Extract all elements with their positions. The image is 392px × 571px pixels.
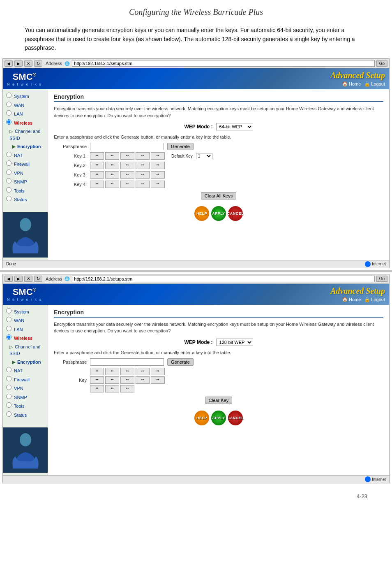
sidebar-item-encryption-1[interactable]: ▶ Encryption (3, 142, 48, 151)
key2-p11[interactable] (90, 385, 104, 392)
cancel-btn-2[interactable]: CANCEL (228, 411, 243, 425)
sidebar-item-system-1[interactable]: System (3, 92, 48, 101)
logout-nav-item-1[interactable]: 🔒 Logout (364, 81, 385, 87)
key2-p1[interactable] (90, 368, 104, 375)
sidebar-item-status-2[interactable]: Status (3, 411, 48, 420)
passphrase-input-2[interactable] (90, 358, 164, 366)
sidebar-item-wan-2[interactable]: WAN (3, 316, 48, 325)
key3-part4[interactable] (136, 171, 150, 179)
sidebar-item-channel-ssid-2[interactable]: ▷ Channel and SSID (3, 343, 48, 358)
sidebar-item-status-1[interactable]: Status (3, 195, 48, 204)
sidebar-item-wan-1[interactable]: WAN (3, 101, 48, 110)
radio-status-1[interactable] (6, 196, 12, 201)
key2-p7[interactable] (105, 376, 119, 384)
go-button-1[interactable]: Go (376, 60, 387, 67)
radio-vpn-1[interactable] (6, 169, 12, 175)
back-button-2[interactable]: ◀ (5, 276, 13, 282)
key2-p3[interactable] (120, 368, 134, 375)
wep-mode-select-2[interactable]: 64-bit WEP 128-bit WEP (216, 339, 253, 346)
radio-system-2[interactable] (6, 308, 12, 313)
sidebar-item-lan-1[interactable]: LAN (3, 109, 48, 118)
key4-part2[interactable] (105, 181, 119, 188)
radio-lan-2[interactable] (6, 326, 12, 331)
stop-button-2[interactable]: ✕ (24, 276, 32, 282)
stop-button[interactable]: ✕ (24, 60, 32, 67)
sidebar-item-lan-2[interactable]: LAN (3, 325, 48, 334)
key1-part3[interactable] (120, 152, 134, 160)
refresh-button-2[interactable]: ↻ (34, 276, 42, 282)
key2-part1[interactable] (90, 162, 104, 169)
sidebar-item-encryption-2[interactable]: ▶ Encryption (3, 358, 48, 367)
key2-p8[interactable] (120, 376, 134, 384)
key2-part3[interactable] (120, 162, 134, 169)
key1-part5[interactable] (151, 152, 165, 160)
sidebar-item-channel-ssid-1[interactable]: ▷ Channel and SSID (3, 127, 48, 142)
key3-part1[interactable] (90, 171, 104, 179)
key2-p4[interactable] (136, 368, 150, 375)
key2-p9[interactable] (136, 376, 150, 384)
radio-snmp-2[interactable] (6, 394, 12, 399)
key3-part5[interactable] (151, 171, 165, 179)
help-btn-1[interactable]: HELP (194, 206, 209, 221)
passphrase-input-1[interactable] (90, 143, 164, 150)
key2-part5[interactable] (151, 162, 165, 169)
sidebar-item-tools-2[interactable]: Tools (3, 402, 48, 411)
radio-status-2[interactable] (6, 411, 12, 417)
sidebar-item-snmp-2[interactable]: SNMP (3, 393, 48, 402)
sidebar-item-nat-2[interactable]: NAT (3, 366, 48, 375)
key2-p5[interactable] (151, 368, 165, 375)
key1-part4[interactable] (136, 152, 150, 160)
radio-wan-1[interactable] (6, 102, 12, 107)
sidebar-item-vpn-2[interactable]: VPN (3, 384, 48, 393)
radio-wireless-2[interactable] (6, 334, 12, 340)
sidebar-item-system-2[interactable]: System (3, 307, 48, 316)
home-nav-item-1[interactable]: 🏠 Home (342, 81, 361, 87)
sidebar-item-wireless-2[interactable]: Wireless (3, 334, 48, 343)
key2-p10[interactable] (151, 376, 165, 384)
forward-button-2[interactable]: ▶ (14, 276, 23, 282)
apply-btn-2[interactable]: APPLY (211, 411, 226, 425)
logout-nav-item-2[interactable]: 🔒 Logout (364, 297, 385, 302)
key2-p12[interactable] (105, 385, 119, 392)
sidebar-item-wireless-1[interactable]: Wireless (3, 118, 48, 128)
default-key-select-1[interactable]: 1 2 3 4 (196, 153, 212, 159)
radio-lan-1[interactable] (6, 110, 12, 116)
address-bar-1[interactable]: http://192.168.2.1/setups.stm (72, 60, 374, 67)
radio-system-1[interactable] (6, 93, 12, 98)
radio-tools-1[interactable] (6, 187, 12, 193)
clear-all-keys-button-1[interactable]: Clear All Keys (201, 192, 236, 200)
key2-p6[interactable] (90, 376, 104, 384)
key2-part4[interactable] (136, 162, 150, 169)
back-button[interactable]: ◀ (5, 60, 13, 67)
radio-firewall-1[interactable] (6, 160, 12, 166)
refresh-button[interactable]: ↻ (34, 60, 42, 67)
home-nav-item-2[interactable]: 🏠 Home (342, 297, 361, 302)
key4-part3[interactable] (120, 181, 134, 188)
help-btn-2[interactable]: HELP (194, 411, 209, 425)
address-bar-2[interactable]: http://192.168.2.1/setups.stm (72, 276, 374, 282)
key1-part1[interactable] (90, 152, 104, 160)
radio-snmp-1[interactable] (6, 178, 12, 183)
key2-part2[interactable] (105, 162, 119, 169)
go-button-2[interactable]: Go (376, 276, 387, 282)
key3-part2[interactable] (105, 171, 119, 179)
key2-p13[interactable] (120, 385, 134, 392)
key3-part3[interactable] (120, 171, 134, 179)
cancel-btn-1[interactable]: CANCEL (228, 206, 243, 221)
apply-btn-1[interactable]: APPLY (211, 206, 226, 221)
key4-part5[interactable] (151, 181, 165, 188)
sidebar-item-firewall-2[interactable]: Firewall (3, 375, 48, 384)
sidebar-item-tools-1[interactable]: Tools (3, 186, 48, 195)
radio-firewall-2[interactable] (6, 376, 12, 381)
key2-p2[interactable] (105, 368, 119, 375)
radio-nat-1[interactable] (6, 152, 12, 157)
sidebar-item-snmp-1[interactable]: SNMP (3, 177, 48, 186)
key4-part1[interactable] (90, 181, 104, 188)
radio-nat-2[interactable] (6, 367, 12, 372)
radio-wireless-1[interactable] (6, 119, 12, 125)
radio-vpn-2[interactable] (6, 385, 12, 390)
sidebar-item-firewall-1[interactable]: Firewall (3, 160, 48, 169)
radio-tools-2[interactable] (6, 402, 12, 408)
forward-button[interactable]: ▶ (14, 60, 23, 67)
clear-key-button-2[interactable]: Clear Key (205, 397, 232, 404)
